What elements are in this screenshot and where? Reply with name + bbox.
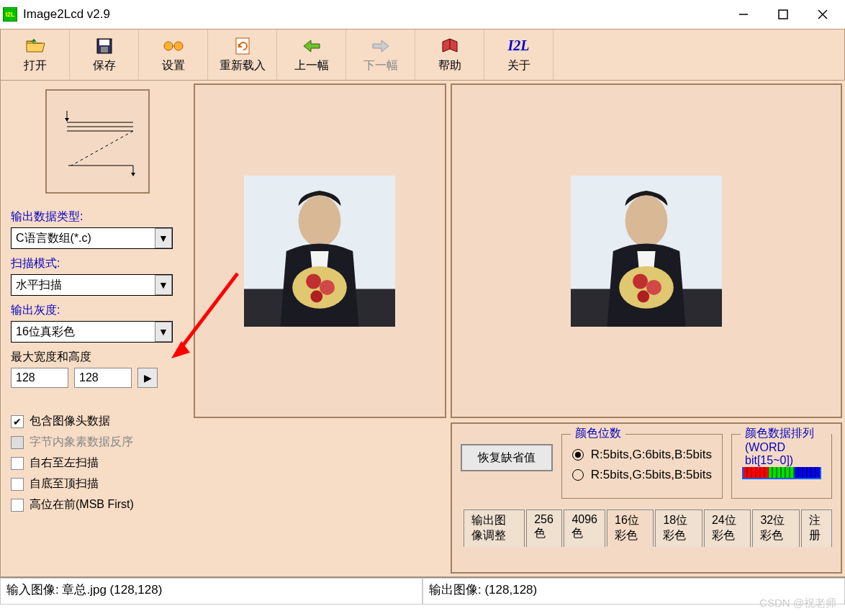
reload-button[interactable]: 重新载入 [208, 30, 277, 80]
output-gray-value: 16位真彩色 [12, 325, 155, 340]
svg-point-7 [164, 42, 173, 50]
color-order-legend: 颜色数据排列(WORD bit[15~0]) [741, 426, 831, 467]
output-gray-label: 输出灰度: [11, 303, 184, 318]
save-icon [96, 37, 113, 55]
msb-first-label: 高位在前(MSB First) [30, 497, 134, 512]
reverse-bytes-label: 字节内象素数据反序 [30, 435, 133, 450]
tab-register[interactable]: 注册 [801, 509, 832, 547]
msb-first-checkbox[interactable]: 高位在前(MSB First) [11, 497, 184, 512]
tab-18bit[interactable]: 18位彩色 [655, 509, 702, 547]
reverse-bytes-checkbox: 字节内象素数据反序 [11, 435, 184, 450]
arrow-right-icon [370, 37, 392, 55]
rtl-scan-label: 自右至左扫描 [30, 456, 99, 471]
input-image [244, 176, 395, 327]
save-label: 保存 [93, 58, 116, 73]
bottom-tabs: 输出图像调整 256色 4096色 16位彩色 18位彩色 24位彩色 32位彩… [461, 509, 832, 546]
svg-point-28 [625, 195, 668, 246]
watermark: CSDN @祝老师 [759, 597, 836, 610]
tab-4096color[interactable]: 4096色 [564, 509, 605, 547]
width-input[interactable] [11, 368, 68, 388]
rgb565-label: R:5bits,G:6bits,B:5bits [591, 448, 712, 462]
svg-point-30 [633, 273, 648, 289]
reload-label: 重新载入 [220, 58, 266, 73]
scan-pattern-diagram [45, 89, 150, 194]
prev-label: 上一幅 [294, 58, 329, 73]
about-label: 关于 [507, 58, 530, 73]
output-preview [451, 83, 842, 418]
scan-mode-select[interactable]: 水平扫描 ▼ [11, 274, 173, 296]
rtl-scan-checkbox[interactable]: 自右至左扫描 [11, 456, 184, 471]
reload-icon [234, 37, 251, 55]
about-button[interactable]: I2L 关于 [484, 30, 553, 80]
output-type-label: 输出数据类型: [11, 209, 184, 225]
tab-256color[interactable]: 256色 [526, 509, 562, 547]
app-icon: I2L [3, 7, 17, 22]
svg-rect-1 [779, 10, 787, 19]
prev-button[interactable]: 上一幅 [277, 30, 346, 80]
btt-scan-label: 自底至顶扫描 [30, 476, 99, 492]
rgb555-radio[interactable]: R:5bits,G:5bits,B:5bits [572, 468, 712, 482]
window-title: Image2Lcd v2.9 [23, 7, 723, 22]
tab-32bit[interactable]: 32位彩色 [752, 509, 799, 547]
include-header-checkbox[interactable]: ✔包含图像头数据 [11, 414, 184, 429]
input-status: 输入图像: 章总.jpg (128,128) [0, 578, 422, 604]
book-icon [440, 37, 460, 55]
arrow-left-icon [301, 37, 322, 55]
svg-point-32 [637, 290, 649, 302]
output-type-value: C语言数组(*.c) [12, 231, 155, 246]
max-size-label: 最大宽度和高度 [11, 350, 184, 365]
maximize-button[interactable] [763, 1, 803, 28]
color-settings-panel: 恢复缺省值 颜色位数 R:5bits,G:6bits,B:5bits R:5bi… [451, 422, 842, 574]
output-gray-select[interactable]: 16位真彩色 ▼ [11, 321, 173, 343]
svg-point-8 [174, 42, 183, 50]
chevron-down-icon: ▼ [155, 322, 172, 342]
output-image [571, 176, 722, 327]
restore-defaults-button[interactable]: 恢复缺省值 [461, 444, 553, 471]
settings-label: 设置 [162, 58, 185, 73]
tab-16bit[interactable]: 16位彩色 [607, 509, 654, 547]
help-label: 帮助 [438, 58, 461, 73]
svg-rect-5 [99, 40, 109, 45]
scan-mode-label: 扫描模式: [11, 256, 184, 271]
minimize-button[interactable] [723, 1, 763, 28]
svg-line-16 [71, 131, 133, 166]
apply-size-button[interactable]: ▶ [137, 368, 158, 388]
rgb565-radio[interactable]: R:5bits,G:6bits,B:5bits [572, 448, 712, 462]
svg-rect-6 [101, 47, 108, 53]
chevron-down-icon: ▼ [155, 275, 172, 295]
about-icon: I2L [508, 37, 530, 55]
open-label: 打开 [24, 58, 47, 73]
help-button[interactable]: 帮助 [415, 30, 484, 80]
save-button[interactable]: 保存 [70, 30, 139, 80]
height-input[interactable] [74, 368, 132, 388]
svg-point-23 [307, 273, 322, 289]
svg-point-31 [646, 279, 661, 294]
tab-output-adjust[interactable]: 输出图像调整 [464, 509, 525, 547]
close-button[interactable] [803, 1, 842, 28]
include-header-label: 包含图像头数据 [30, 414, 110, 429]
tab-24bit[interactable]: 24位彩色 [704, 509, 751, 547]
color-bits-legend: 颜色位数 [571, 426, 625, 441]
folder-open-icon [24, 37, 46, 55]
settings-button[interactable]: 设置 [139, 30, 208, 80]
toolbar: 打开 保存 设置 重新载入 上一幅 下一幅 帮助 I2L 关于 [0, 29, 845, 81]
sidebar: 输出数据类型: C语言数组(*.c) ▼ 扫描模式: 水平扫描 ▼ 输出灰度: … [0, 81, 191, 577]
status-bar: 输入图像: 章总.jpg (128,128) 输出图像: (128,128) [0, 577, 845, 604]
titlebar: I2L Image2Lcd v2.9 [0, 0, 845, 29]
open-button[interactable]: 打开 [1, 30, 70, 80]
rgb555-label: R:5bits,G:5bits,B:5bits [591, 468, 712, 482]
output-type-select[interactable]: C语言数组(*.c) ▼ [11, 227, 173, 249]
input-preview [194, 83, 446, 418]
preview-area: 恢复缺省值 颜色位数 R:5bits,G:6bits,B:5bits R:5bi… [191, 81, 845, 577]
glasses-icon [162, 37, 185, 55]
scan-mode-value: 水平扫描 [12, 278, 155, 293]
svg-point-25 [311, 290, 323, 302]
btt-scan-checkbox[interactable]: 自底至顶扫描 [11, 476, 184, 492]
svg-point-24 [320, 279, 335, 294]
next-label: 下一幅 [363, 58, 398, 73]
svg-point-21 [299, 195, 341, 246]
next-button[interactable]: 下一幅 [346, 30, 415, 80]
chevron-down-icon: ▼ [155, 228, 172, 248]
